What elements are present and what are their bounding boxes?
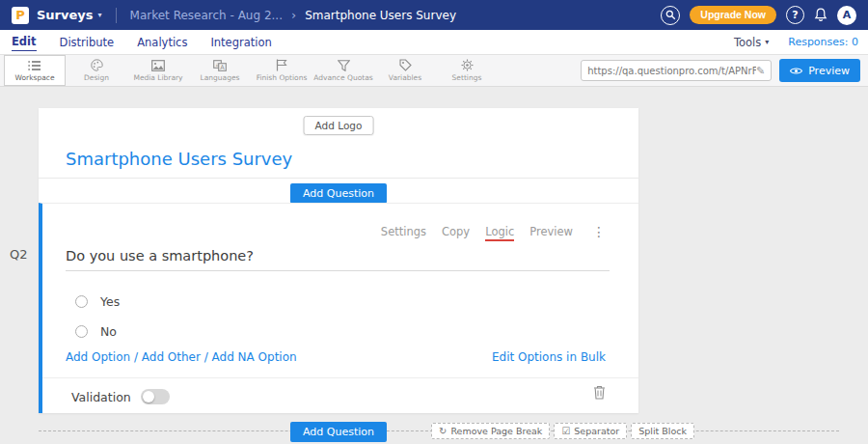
validation-row: Validation — [71, 389, 170, 404]
question-action-preview[interactable]: Preview — [529, 225, 573, 238]
split-block-label: Split Block — [638, 426, 687, 436]
search-icon — [665, 10, 676, 20]
toolbar-item-label: Settings — [452, 73, 482, 82]
toolbar-item-variables[interactable]: Variables — [374, 55, 436, 86]
pencil-icon[interactable]: ✎ — [756, 65, 765, 77]
edit-options-in-bulk-link[interactable]: Edit Options in Bulk — [492, 350, 606, 364]
validation-toggle[interactable] — [141, 389, 170, 404]
toggle-knob — [143, 391, 154, 402]
toolbar-item-label: Finish Options — [257, 73, 308, 82]
answer-option-label: No — [100, 324, 117, 339]
kebab-menu-icon[interactable]: ⋮ — [592, 225, 606, 238]
help-button[interactable]: ? — [786, 6, 804, 24]
toolbar-item-label: Languages — [201, 73, 240, 82]
toolbar-item-settings[interactable]: Settings — [436, 55, 498, 86]
separator-button[interactable]: ☑ Separator — [554, 423, 627, 439]
upgrade-button[interactable]: Upgrade Now — [690, 6, 776, 24]
settings-icon — [461, 59, 474, 71]
tools-label: Tools — [734, 36, 761, 49]
breadcrumb-current: Smartphone Users Survey — [305, 9, 456, 22]
divider — [39, 178, 638, 179]
preview-label: Preview — [808, 65, 850, 77]
survey-card: Add Logo Smartphone Users Survey Add Que… — [39, 108, 638, 413]
question-action-logic[interactable]: Logic — [485, 225, 514, 241]
answer-option-row: Yes — [75, 294, 120, 309]
edit-nav-bar: Edit Distribute Analytics Integration To… — [0, 30, 868, 55]
question-text-underline — [66, 270, 610, 271]
caret-down-icon: ▾ — [98, 11, 102, 19]
question-code: Q2 — [10, 247, 28, 262]
add-question-button-top[interactable]: Add Question — [290, 183, 387, 204]
survey-canvas: Q2 Add Logo Smartphone Users Survey Add … — [0, 87, 868, 444]
remove-page-break-label: Remove Page Break — [450, 426, 542, 436]
preview-button[interactable]: Preview — [779, 59, 860, 82]
answer-option-row: No — [75, 324, 117, 339]
breadcrumb-chevron-icon: › — [291, 8, 296, 22]
question-text[interactable]: Do you use a smartphone? — [66, 248, 254, 264]
divider — [42, 377, 638, 378]
caret-down-icon: ▾ — [765, 38, 769, 46]
add-logo-button[interactable]: Add Logo — [304, 116, 374, 135]
toolbar-item-label: Advance Quotas — [313, 73, 372, 82]
question-action-settings[interactable]: Settings — [381, 225, 426, 238]
tab-integration[interactable]: Integration — [210, 34, 271, 51]
toolbar-item-label: Workspace — [15, 73, 55, 82]
validation-label: Validation — [71, 390, 131, 404]
tab-edit[interactable]: Edit — [12, 33, 37, 51]
top-bar: P Surveys ▾ Market Research - Aug 2... ›… — [0, 0, 868, 30]
page-break-controls: ↻ Remove Page Break ☑ Separator Split Bl… — [431, 423, 694, 439]
toolbar-item-label: Design — [84, 73, 109, 82]
toolbar-item-languages[interactable]: a A Languages — [189, 55, 251, 86]
advance-quotas-icon — [338, 60, 350, 71]
question-block: Settings Copy Logic Preview ⋮ Do you use… — [39, 203, 638, 413]
radio-button[interactable] — [75, 295, 88, 308]
notifications-button[interactable] — [814, 8, 827, 22]
separator-label: Separator — [574, 426, 619, 436]
responses-count-link[interactable]: Responses: 0 — [788, 36, 858, 48]
workspace-icon — [28, 60, 41, 71]
toolbar-item-design[interactable]: Design — [66, 55, 127, 86]
bell-icon — [814, 8, 827, 22]
tab-analytics[interactable]: Analytics — [137, 34, 187, 51]
survey-title[interactable]: Smartphone Users Survey — [66, 149, 292, 169]
eye-icon — [790, 67, 802, 75]
survey-url-input[interactable] — [587, 66, 756, 76]
user-avatar[interactable]: A — [837, 6, 856, 25]
media-library-icon — [151, 60, 165, 71]
radio-button[interactable] — [75, 325, 88, 338]
toolbar-item-label: Media Library — [133, 73, 182, 82]
toolbar-item-media-library[interactable]: Media Library — [127, 55, 189, 86]
trash-icon — [593, 385, 606, 400]
toolbar-right: ✎ Preview — [581, 55, 868, 86]
delete-question-button[interactable] — [593, 385, 606, 403]
split-block-button[interactable]: Split Block — [631, 423, 694, 439]
design-icon — [91, 59, 103, 71]
toolbar-item-finish-options[interactable]: Finish Options — [251, 55, 312, 86]
variables-icon — [399, 59, 412, 71]
toolbar-item-advance-quotas[interactable]: Advance Quotas — [312, 55, 374, 86]
survey-url-box: ✎ — [581, 60, 772, 81]
add-question-button-bottom[interactable]: Add Question — [290, 422, 387, 442]
nav-right: Tools ▾ Responses: 0 — [734, 36, 858, 49]
svg-text:A: A — [220, 63, 225, 70]
answer-option-label: Yes — [100, 294, 120, 309]
breadcrumb-parent[interactable]: Market Research - Aug 2... — [130, 9, 283, 22]
app-switcher[interactable]: Surveys ▾ — [37, 8, 102, 22]
top-bar-actions: Upgrade Now ? A — [661, 6, 856, 25]
app-logo[interactable]: P — [12, 7, 29, 24]
finish-options-icon — [276, 59, 287, 71]
add-option-links[interactable]: Add Option / Add Other / Add NA Option — [66, 350, 297, 364]
tools-menu[interactable]: Tools ▾ — [734, 36, 769, 49]
tab-distribute[interactable]: Distribute — [60, 34, 115, 51]
workspace-toolbar: Workspace Design Media Library a A Langu… — [0, 55, 868, 87]
remove-page-break-button[interactable]: ↻ Remove Page Break — [431, 423, 550, 439]
question-actions: Settings Copy Logic Preview ⋮ — [381, 225, 606, 241]
question-action-copy[interactable]: Copy — [442, 225, 470, 238]
app-name-label: Surveys — [37, 8, 94, 22]
toolbar-item-workspace[interactable]: Workspace — [4, 55, 66, 86]
languages-icon: a A — [213, 60, 227, 71]
divider — [116, 8, 117, 23]
search-button[interactable] — [661, 6, 680, 25]
toolbar-item-label: Variables — [389, 73, 421, 82]
separator-icon: ☑ — [561, 426, 570, 436]
